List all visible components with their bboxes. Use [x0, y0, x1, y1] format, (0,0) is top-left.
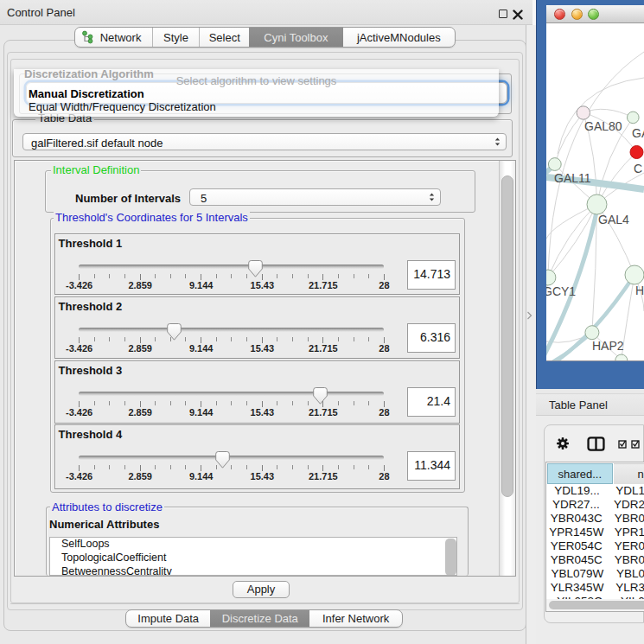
svg-text:GCY1: GCY1	[546, 284, 576, 298]
svg-text:GAL11: GAL11	[554, 171, 591, 185]
svg-text:GAL4: GAL4	[598, 213, 629, 226]
svg-text:GAL80: GAL80	[584, 119, 622, 133]
svg-text:C: C	[634, 162, 642, 175]
svg-text:HAP2: HAP2	[592, 339, 624, 353]
svg-text:GA: GA	[632, 126, 644, 140]
svg-text:H: H	[635, 284, 644, 297]
